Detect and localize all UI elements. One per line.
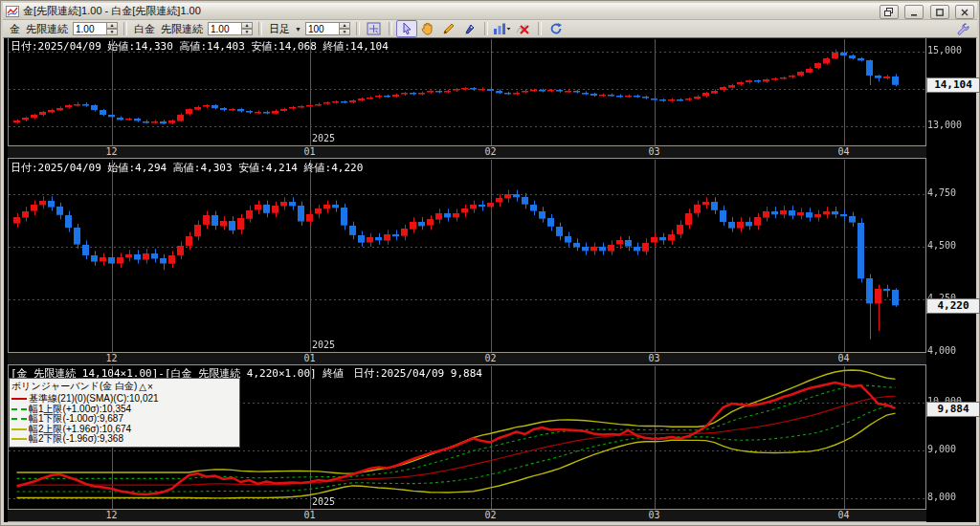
x-tick-label: 04 — [833, 146, 856, 158]
x-tick-label: 01 — [299, 146, 322, 158]
y-tick-label: 8,000 — [927, 492, 977, 502]
x-tick-label: 02 — [479, 353, 502, 364]
y-tick-label: 13,000 — [927, 120, 977, 130]
x-tick-label: 12 — [100, 353, 123, 364]
legend-row-label: 幅2下限(-1.96σ):9,368 — [29, 432, 123, 446]
platinum-x-axis: 1201020304 — [8, 352, 926, 365]
y-tick-label: 4,750 — [927, 187, 977, 198]
y-tick-label: 4,000 — [927, 345, 977, 356]
platinum-last-price-label: 4,220 — [926, 298, 980, 314]
y-tick-label: 4,500 — [927, 240, 977, 251]
x-tick-label: 12 — [100, 146, 123, 158]
spread-x-axis: 1201020304 — [8, 509, 926, 522]
sigma2-upper-swatch — [11, 428, 27, 430]
spread-date-value: 日付:2025/04/09 9,884 — [353, 367, 482, 380]
x-tick-label: 12 — [100, 510, 123, 521]
sigma1-lower-swatch — [11, 418, 27, 420]
year-label: 2025 — [312, 496, 335, 507]
bollinger-legend: ボリンジャーバンド(金 白金) △× 基準線(21)(0)(SMA)(C):10… — [9, 378, 240, 448]
bollinger-legend-title: ボリンジャーバンド(金 白金) — [11, 380, 137, 393]
year-label: 2025 — [312, 133, 335, 143]
year-label: 2025 — [312, 340, 335, 350]
app-window: 金[先限連続]1.00 - 白金[先限連続]1.00 金 先限連続 ▲▼ 白金 … — [0, 0, 980, 526]
sigma1-upper-swatch — [11, 408, 27, 410]
y-tick-label: 15,000 — [927, 45, 977, 55]
gold-last-price-label: 14,104 — [926, 77, 980, 93]
x-tick-label: 03 — [643, 353, 666, 364]
y-tick-label: 9,000 — [927, 444, 977, 454]
x-tick-label: 04 — [833, 510, 856, 521]
bollinger-legend-buttons[interactable]: △× — [139, 382, 154, 392]
x-tick-label: 03 — [643, 510, 666, 521]
x-tick-label: 04 — [833, 353, 856, 364]
sigma2-lower-swatch — [11, 438, 27, 440]
x-tick-label: 01 — [299, 353, 322, 364]
chart-canvas[interactable] — [1, 1, 980, 526]
gold-info-line: 日付:2025/04/09 始値:14,330 高値:14,403 安値:14,… — [11, 39, 389, 54]
x-tick-label: 02 — [479, 510, 502, 521]
platinum-info-line: 日付:2025/04/09 始値:4,294 高値:4,303 安値:4,214… — [11, 161, 363, 175]
sma-line-swatch — [11, 398, 27, 400]
x-tick-label: 02 — [479, 146, 502, 158]
x-tick-label: 01 — [299, 510, 322, 521]
gold-x-axis: 1201020304 — [8, 145, 926, 159]
x-tick-label: 03 — [643, 146, 666, 158]
spread-last-price-label: 9,884 — [926, 402, 980, 417]
